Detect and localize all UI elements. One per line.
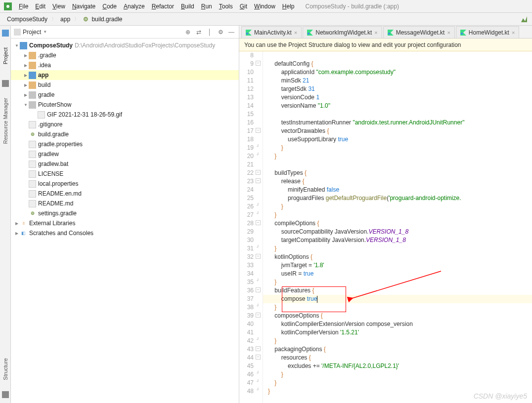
- code-line[interactable]: minifyEnabled false: [263, 186, 532, 194]
- code-line[interactable]: testInstrumentationRunner "androidx.test…: [263, 119, 532, 127]
- fold-toggle-icon[interactable]: −: [256, 61, 261, 66]
- code-line[interactable]: composeOptions {: [263, 312, 532, 320]
- menu-item[interactable]: View: [49, 2, 68, 11]
- tree-row[interactable]: ·⚙build.gradle: [11, 129, 239, 139]
- fold-toggle-icon[interactable]: −: [256, 313, 261, 318]
- code-line[interactable]: [263, 161, 532, 169]
- tree-row[interactable]: ▶.idea: [11, 60, 239, 70]
- code-line[interactable]: resources {: [263, 354, 532, 362]
- close-tab-icon[interactable]: ×: [294, 30, 297, 36]
- code-line[interactable]: jvmTarget = '1.8': [263, 261, 532, 270]
- breadcrumb[interactable]: app: [57, 15, 73, 24]
- editor-tab[interactable]: HomeWidget.kt×: [456, 26, 519, 38]
- code-line[interactable]: compose true: [263, 295, 532, 303]
- tree-row[interactable]: ▼ComposeStudyD:\Android\AndroidStudioFox…: [11, 40, 239, 50]
- editor-tab[interactable]: MainActivity.kt×: [241, 26, 302, 38]
- tree-row[interactable]: ·.gitignore: [11, 120, 239, 129]
- menu-item[interactable]: File: [16, 2, 31, 11]
- code-line[interactable]: }: [263, 144, 532, 152]
- tool-tab-resource-manager[interactable]: Resource Manager: [2, 96, 8, 146]
- fold-toggle-icon[interactable]: −: [256, 355, 261, 360]
- dropdown-icon[interactable]: ▼: [43, 30, 47, 34]
- code-line[interactable]: versionName "1.0": [263, 102, 532, 110]
- tree-row[interactable]: ▶app: [11, 70, 239, 80]
- expand-arrow-icon[interactable]: ▶: [23, 63, 29, 68]
- tree-row[interactable]: ·gradlew.bat: [11, 159, 239, 169]
- close-tab-icon[interactable]: ×: [374, 30, 377, 36]
- code-line[interactable]: }: [263, 387, 532, 396]
- code-line[interactable]: }: [263, 278, 532, 286]
- tree-row[interactable]: ▶.gradle: [11, 50, 239, 60]
- expand-all-icon[interactable]: ⇄: [194, 28, 203, 37]
- code-line[interactable]: }: [263, 303, 532, 312]
- tree-row[interactable]: ·GIF 2021-12-31 18-26-59.gif: [11, 110, 239, 120]
- tree-row[interactable]: ·gradle.properties: [11, 139, 239, 149]
- code-line[interactable]: kotlinOptions {: [263, 253, 532, 261]
- code-line[interactable]: }: [263, 152, 532, 161]
- menu-item[interactable]: Run: [198, 2, 215, 11]
- code-line[interactable]: buildFeatures {: [263, 286, 532, 295]
- code-line[interactable]: targetSdk 31: [263, 85, 532, 93]
- structure-icon[interactable]: [2, 391, 9, 398]
- code-line[interactable]: [263, 51, 532, 60]
- expand-arrow-icon[interactable]: ▶: [14, 221, 20, 226]
- notification-bar[interactable]: You can use the Project Structure dialog…: [239, 39, 532, 51]
- code-line[interactable]: sourceCompatibility JavaVersion.VERSION_…: [263, 228, 532, 236]
- code-line[interactable]: kotlinCompilerExtensionVersion compose_v…: [263, 320, 532, 328]
- collapse-arrow-icon[interactable]: ▼: [23, 103, 29, 107]
- menu-item[interactable]: Edit: [32, 2, 48, 11]
- code-line[interactable]: proguardFiles getDefaultProguardFile('pr…: [263, 194, 532, 202]
- code-line[interactable]: [263, 110, 532, 119]
- tree-row[interactable]: ·README.md: [11, 199, 239, 208]
- code-line[interactable]: defaultConfig {: [263, 60, 532, 68]
- tree-row[interactable]: ▶build: [11, 80, 239, 90]
- close-tab-icon[interactable]: ×: [512, 30, 515, 36]
- tool-tab-structure[interactable]: Structure: [2, 356, 8, 382]
- code-line[interactable]: }: [263, 379, 532, 387]
- code-line[interactable]: }: [263, 202, 532, 211]
- code-line[interactable]: excludes += '/META-INF/{AL2.0,LGPL2.1}': [263, 362, 532, 370]
- project-panel-title[interactable]: Project: [23, 29, 41, 36]
- menu-item[interactable]: Window: [251, 2, 278, 11]
- menu-item[interactable]: Code: [99, 2, 120, 11]
- fold-toggle-icon[interactable]: −: [256, 170, 261, 175]
- menu-item[interactable]: Help: [279, 2, 298, 11]
- tree-row[interactable]: ·gradlew: [11, 149, 239, 159]
- tree-row[interactable]: ▶gradle: [11, 90, 239, 100]
- tree-row[interactable]: ·⚙settings.gradle: [11, 208, 239, 218]
- fold-toggle-icon[interactable]: −: [256, 346, 261, 351]
- menu-item[interactable]: Build: [178, 2, 197, 11]
- code-line[interactable]: useIR = true: [263, 270, 532, 278]
- resource-manager-icon[interactable]: [2, 80, 9, 87]
- expand-arrow-icon[interactable]: ▶: [14, 231, 20, 236]
- code-line[interactable]: useSupportLibrary true: [263, 135, 532, 144]
- code-line[interactable]: versionCode 1: [263, 93, 532, 102]
- menu-item[interactable]: Git: [237, 2, 250, 11]
- build-icon[interactable]: [520, 15, 528, 23]
- fold-toggle-icon[interactable]: −: [256, 128, 261, 133]
- tree-row[interactable]: ·local.properties: [11, 179, 239, 189]
- fold-toggle-icon[interactable]: −: [256, 220, 261, 225]
- editor-tab[interactable]: NetworkImgWidget.kt×: [303, 26, 382, 38]
- tree-row[interactable]: ▼PicuterShow: [11, 100, 239, 110]
- select-opened-file-icon[interactable]: ⊕: [183, 28, 192, 37]
- menu-item[interactable]: Analyze: [121, 2, 148, 11]
- code-line[interactable]: targetCompatibility JavaVersion.VERSION_…: [263, 236, 532, 244]
- menu-item[interactable]: Refactor: [149, 2, 177, 11]
- fold-toggle-icon[interactable]: −: [256, 287, 261, 292]
- code-content[interactable]: defaultConfig { applicationId "com.examp…: [263, 51, 532, 403]
- code-line[interactable]: applicationId "com.example.composestudy": [263, 68, 532, 77]
- hide-panel-icon[interactable]: —: [227, 28, 236, 37]
- tree-row[interactable]: ▶◧Scratches and Consoles: [11, 228, 239, 238]
- code-area[interactable]: 89−1011121314151617−1819┘20┘2122−23−2425…: [239, 51, 532, 403]
- code-line[interactable]: }: [263, 337, 532, 345]
- code-line[interactable]: }: [263, 211, 532, 219]
- expand-arrow-icon[interactable]: ▶: [23, 93, 29, 97]
- code-line[interactable]: kotlinCompilerVersion '1.5.21': [263, 328, 532, 337]
- code-line[interactable]: }: [263, 244, 532, 253]
- code-line[interactable]: packagingOptions {: [263, 345, 532, 354]
- editor-tab[interactable]: MessageWidget.kt×: [383, 26, 455, 38]
- code-line[interactable]: minSdk 21: [263, 77, 532, 85]
- code-line[interactable]: release {: [263, 177, 532, 186]
- tool-tab-project[interactable]: Project: [2, 45, 8, 66]
